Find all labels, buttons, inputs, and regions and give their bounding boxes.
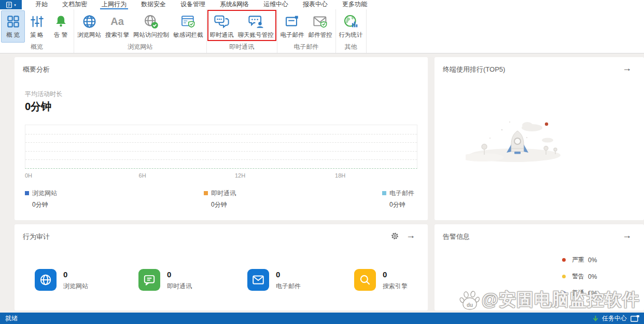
task-panel-icon[interactable] [631,315,639,322]
legend-marker [204,191,208,195]
legend-item-browse[interactable]: 浏览网站 0分钟 [25,188,57,209]
app-logo-icon [6,2,12,8]
menu-tabs: 开始 文档加密 上网行为 数据安全 设备管理 系统&网络 运维中心 报表中心 更… [28,0,374,9]
menu-tab-internet-behavior[interactable]: 上网行为 [94,0,134,9]
stat-email[interactable]: 0电子邮件 [247,269,301,291]
legend-marker [562,291,566,295]
stat-label: 即时通讯 [167,282,192,291]
policy-button[interactable]: 策 略 [25,10,49,43]
button-label: 敏感词拦截 [173,31,203,39]
legend-value: 0分钟 [211,200,236,209]
ribbon-group-email: 电子邮件 邮件管控 电子邮件 [277,9,336,53]
web-access-control-button[interactable]: 网站访问控制 [131,10,171,43]
gear-icon[interactable] [391,232,399,242]
mail-icon [247,269,269,291]
instant-messaging-button[interactable]: 即时通讯 [208,10,236,43]
mail-control-button[interactable]: 邮件管控 [306,10,334,43]
alarm-label: 警告 [572,272,584,281]
x-tick: 12H [235,172,245,179]
chat-account-control-button[interactable]: 聊天账号管控 [236,10,276,43]
ribbon-group-web-browsing: 浏览网站 Aa 搜索引擎 网站访问控制 敏感词拦截 浏览网站 [74,9,207,53]
button-label: 浏览网站 [77,31,101,39]
globe-check-icon [144,12,159,31]
chat-person-icon [248,12,264,31]
button-label: 即时通讯 [210,31,234,39]
x-tick: 18H [335,172,345,179]
menu-tab-device-mgmt[interactable]: 设备管理 [173,0,213,9]
alarm-value: 0% [588,256,597,264]
alarm-item-normal[interactable]: 普通 0% [562,290,597,296]
legend-item-email[interactable]: 电子邮件 0分钟 [382,188,414,209]
x-tick: 6H [139,172,146,179]
arrow-right-icon[interactable]: → [406,230,415,241]
stat-search-engine[interactable]: 0搜索引擎 [354,269,408,291]
legend-label: 即时通讯 [211,190,236,197]
legend-value: 0分钟 [32,200,57,209]
legend-item-im[interactable]: 即时通讯 0分钟 [204,188,236,209]
legend-label: 电子邮件 [389,190,414,197]
menu-tab-start[interactable]: 开始 [28,0,55,9]
stat-label: 电子邮件 [276,282,301,291]
caret-down-icon: ▾ [14,3,16,7]
alarm-label: 普通 [572,289,584,298]
search-icon [354,269,376,291]
status-ready-text: 就绪 [5,314,18,323]
globe-stats-icon [343,12,358,31]
behavior-audit-panel: 行为审计 → 0浏览网站 0即时通讯 0电子邮件 0搜索引擎 [15,224,428,310]
email-icon [285,12,300,31]
mail-shield-icon [313,12,328,31]
font-aa-icon: Aa [110,12,124,31]
chat-icon [138,269,160,291]
globe-icon [35,269,57,291]
app-window: ▾ 开始 文档加密 上网行为 数据安全 设备管理 系统&网络 运维中心 报表中心… [0,0,644,324]
ribbon-group-label: 其他 [337,43,365,53]
empty-state-rocket-illustration [466,109,600,169]
button-label: 行为统计 [339,31,363,39]
task-center-button[interactable]: 任务中心 [602,314,627,323]
alarm-value: 0% [588,290,597,297]
search-engine-button[interactable]: Aa 搜索引擎 [103,10,131,43]
legend-marker [562,258,566,262]
app-logo-button[interactable]: ▾ [0,0,22,9]
panel-title: 终端使用排行(TOP5) [443,65,505,74]
overview-button[interactable]: 概 览 [1,10,25,43]
menu-tab-system-network[interactable]: 系统&网络 [213,0,256,9]
button-label: 告 警 [54,31,67,39]
panel-title: 行为审计 [23,232,50,241]
ribbon-group-other: 行为统计 其他 [336,9,367,53]
status-bar: 就绪 任务中心 [0,313,644,324]
menu-tab-data-security[interactable]: 数据安全 [134,0,173,9]
menu-tab-more[interactable]: 更多功能 [335,0,374,9]
legend-value: 0分钟 [389,200,414,209]
ribbon-group-instant-messaging: 即时通讯 聊天账号管控 即时通讯 [207,9,277,53]
legend-label: 浏览网站 [32,190,57,197]
menu-tab-ops-center[interactable]: 运维中心 [256,0,296,9]
alarm-info-panel: 告警信息 → 严重 0% 警告 0% 普通 0% [435,224,644,310]
email-button[interactable]: 电子邮件 [278,10,306,43]
avg-activity-label: 平均活动时长 [25,90,62,99]
x-tick: 0H [25,172,32,179]
stat-value: 0 [276,270,301,279]
stat-label: 浏览网站 [63,282,88,291]
arrow-right-icon[interactable]: → [622,63,632,74]
terminal-ranking-panel: 终端使用排行(TOP5) → [435,57,644,220]
arrow-right-icon[interactable]: → [622,230,632,241]
alarm-item-warning[interactable]: 警告 0% [562,273,597,280]
legend-marker [562,275,566,278]
stat-browse-website[interactable]: 0浏览网站 [35,269,88,291]
sensitive-word-block-button[interactable]: 敏感词拦截 [171,10,205,43]
menu-bar: ▾ 开始 文档加密 上网行为 数据安全 设备管理 系统&网络 运维中心 报表中心… [0,0,644,9]
button-label: 电子邮件 [281,31,304,39]
alert-button[interactable]: 告 警 [49,10,73,43]
ribbon-group-label: 电子邮件 [278,43,334,53]
button-label: 聊天账号管控 [238,31,274,39]
browse-website-button[interactable]: 浏览网站 [75,10,103,43]
ribbon-group-label: 即时通讯 [208,43,276,53]
behavior-stats-button[interactable]: 行为统计 [337,10,365,43]
alarm-label: 严重 [572,255,584,264]
menu-tab-doc-encrypt[interactable]: 文档加密 [55,0,94,9]
alarm-value: 0% [588,273,597,280]
alarm-item-severe[interactable]: 严重 0% [562,256,597,263]
stat-instant-messaging[interactable]: 0即时通讯 [138,269,192,291]
menu-tab-report-center[interactable]: 报表中心 [296,0,335,9]
